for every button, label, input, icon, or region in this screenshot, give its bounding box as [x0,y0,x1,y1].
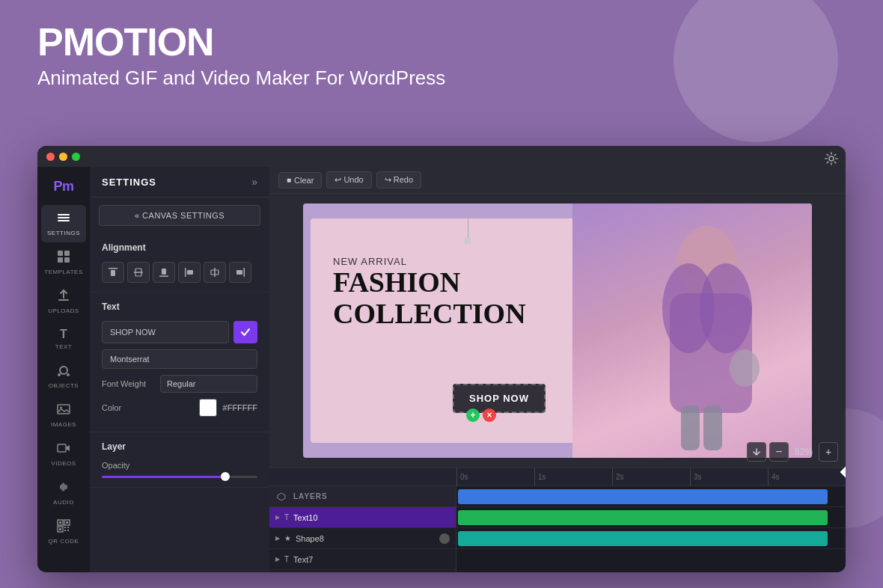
alignment-grid [102,262,257,283]
timeline-tracks [456,486,846,572]
canvas-viewport[interactable]: NEW ARRIVAL FASHION COLLECTION [269,194,846,468]
app-window: Pm SETTINGS [37,146,846,572]
layer-type-icon-text10: T [284,513,289,521]
redo-button[interactable]: ↪ Redo [376,171,421,189]
settings-panel: SETTINGS » « CANVAS SETTINGS Alignment [90,167,269,572]
clear-button[interactable]: ■ Clear [278,172,322,189]
layer-type-icon-shape8: ★ [284,534,291,542]
shop-now-add-button[interactable]: + [466,408,480,422]
layer-name-text10: Text10 [293,513,450,522]
ruler-mark-3s: 3s [690,468,768,486]
sidebar-item-settings[interactable]: SETTINGS [41,205,86,242]
svg-rect-23 [67,530,69,531]
canvas-zoom-in-button[interactable]: + [819,442,838,462]
layer-item-text7[interactable]: ▶ T Text7 [269,549,456,570]
shop-now-delete-button[interactable]: × [483,408,496,422]
font-weight-row: Font Weight Regular Bold [102,375,257,393]
sidebar-item-objects[interactable]: OBJECTS [41,358,86,395]
maximize-button[interactable] [72,153,80,161]
svg-rect-31 [187,270,193,275]
track-bar-shape8[interactable] [458,510,828,525]
clear-icon: ■ [287,176,291,184]
sidebar-item-uploads[interactable]: UPLOADS [41,283,86,320]
sidebar-item-templates-label: TEMPLATES [44,269,82,275]
track-row-shape8 [456,507,846,528]
font-select[interactable]: Montserrat [102,349,257,369]
opacity-thumb[interactable] [221,472,230,481]
close-button[interactable] [46,153,55,161]
svg-rect-19 [59,528,61,530]
track-bar-text10[interactable] [458,489,828,504]
layer-arrow-text7: ▶ [275,556,280,563]
track-row-text10 [456,486,846,507]
svg-rect-32 [214,268,216,277]
color-row: Color #FFFFFF [102,399,257,417]
ruler-mark-0s: 0s [456,468,534,486]
align-bottom-button[interactable] [153,262,175,283]
canvas-pink-rect [311,218,587,443]
ruler-mark-4s: 4s [768,468,846,486]
zoom-value: 82% [792,447,816,457]
svg-rect-30 [185,268,186,277]
sidebar-item-images[interactable]: IMAGES [41,396,86,434]
sidebar-item-audio[interactable]: AUDIO [41,474,86,512]
opacity-slider[interactable] [102,476,257,478]
sidebar-item-templates[interactable]: TEMPLATES [41,244,86,281]
ruler-mark-2s: 2s [612,468,690,486]
undo-button[interactable]: ↩ Undo [326,171,371,189]
clear-label: Clear [294,176,314,185]
canvas-settings-button[interactable]: « CANVAS SETTINGS [99,205,260,226]
svg-rect-0 [58,214,70,215]
align-left-button[interactable] [178,262,201,283]
align-right-button[interactable] [229,262,251,283]
font-weight-label: Font Weight [102,379,146,388]
fashion-model-bg [572,203,812,458]
svg-rect-17 [59,521,61,524]
images-icon [57,402,70,419]
text-confirm-button[interactable] [233,321,257,343]
align-middle-button[interactable] [127,262,150,283]
canvas-corner-line [468,215,468,238]
opacity-label: Opacity [102,461,129,470]
layer-visibility-shape8[interactable] [439,533,450,544]
ruler-marks: 0s 1s 2s 3s 4s [456,468,846,486]
track-row-text7 [456,528,846,549]
layer-name-shape8: Shape8 [296,534,435,543]
font-weight-select[interactable]: Regular Bold [160,375,257,393]
svg-rect-29 [162,269,166,275]
align-top-button[interactable] [102,262,124,283]
svg-rect-25 [111,270,115,276]
sidebar-item-qrcode-label: QR CODE [49,538,79,545]
sidebar-item-objects-label: OBJECTS [49,382,79,389]
minimize-button[interactable] [59,153,67,161]
track-bar-text7[interactable] [458,531,828,546]
sidebar-item-videos[interactable]: VIDEOS [41,435,86,473]
logo-area: Pm [37,173,90,203]
color-picker-row: #FFFFFF [199,399,257,417]
objects-icon [57,364,70,380]
svg-rect-2 [58,220,70,221]
text-input[interactable] [102,321,229,343]
canvas-text-block[interactable]: NEW ARRIVAL FASHION COLLECTION [333,256,526,330]
svg-point-43 [730,349,760,387]
svg-rect-42 [703,405,722,450]
layer-item-text10[interactable]: ▶ T Text10 [269,507,456,528]
canvas-content: NEW ARRIVAL FASHION COLLECTION [303,203,812,458]
align-center-button[interactable] [204,262,226,283]
layer-name-text7: Text7 [293,555,450,564]
svg-rect-6 [64,257,70,263]
collapse-button[interactable]: » [251,176,257,188]
color-swatch[interactable] [199,399,217,417]
canvas-settings-icon[interactable] [825,167,838,168]
text-icon: T [60,328,67,341]
canvas-move-down-button[interactable] [747,442,766,462]
app-body: Pm SETTINGS [37,167,846,572]
layer-item-shape8[interactable]: ▶ ★ Shape8 [269,528,456,549]
sidebar-item-audio-label: AUDIO [53,499,74,506]
canvas-zoom-out-button[interactable]: − [769,442,789,462]
sidebar-item-settings-label: SETTINGS [47,230,80,236]
svg-rect-1 [58,217,70,218]
sidebar-item-text[interactable]: T TEXT [41,322,86,356]
toolbar: ■ Clear ↩ Undo ↪ Redo [269,167,846,194]
sidebar-item-qrcode[interactable]: QR CODE [41,513,86,551]
